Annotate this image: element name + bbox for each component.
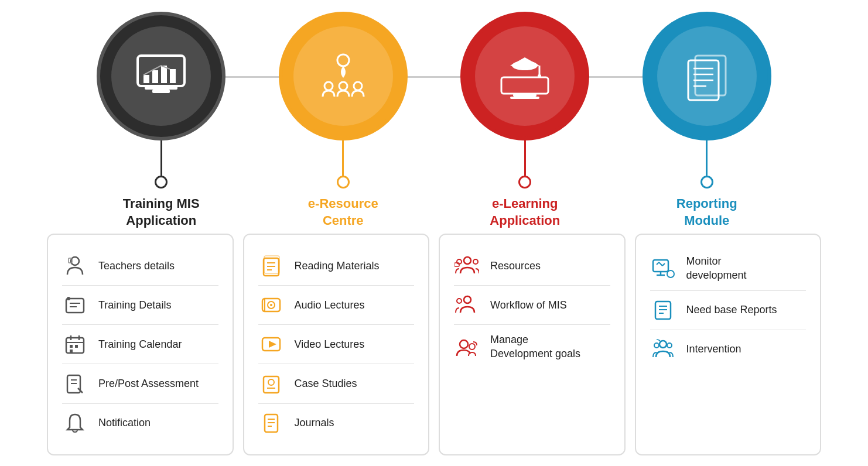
small-dot-reporting — [700, 176, 713, 189]
svg-marker-49 — [269, 341, 276, 348]
v-line-e-resource — [342, 141, 344, 176]
label-journals: Journals — [295, 416, 334, 430]
svg-point-29 — [67, 297, 70, 300]
svg-rect-35 — [75, 345, 78, 348]
svg-point-7 — [337, 54, 349, 66]
label-teachers: Teachers details — [98, 259, 175, 273]
item-workflow: Workflow of MIS — [454, 286, 610, 325]
label-monitor: Monitordevelopment — [686, 255, 747, 282]
page: Training MISApplication — [0, 0, 868, 466]
assessment-icon — [62, 372, 88, 395]
item-manage-dev: ManageDevelopment goals — [454, 325, 610, 369]
journals-icon — [258, 412, 284, 434]
card-training-mis: Teachers details Training Details Traini… — [47, 234, 234, 455]
label-workflow: Workflow of MIS — [490, 299, 567, 312]
item-audio: Audio Lectures — [258, 286, 415, 325]
item-video: Video Lectures — [258, 325, 415, 364]
svg-rect-4 — [152, 70, 158, 83]
svg-point-9 — [339, 82, 347, 90]
reading-icon — [258, 255, 284, 277]
label-training-details: Training Details — [98, 299, 171, 312]
label-assessment: Pre/Post Assessment — [98, 377, 199, 390]
svg-point-59 — [473, 259, 478, 264]
label-resources: Resources — [490, 259, 541, 273]
notification-icon — [62, 412, 88, 434]
svg-point-64 — [469, 344, 475, 350]
module-e-resource: e-ResourceCentre — [252, 12, 435, 229]
title-reporting: ReportingModule — [676, 196, 737, 229]
item-training-calendar: Training Calendar — [62, 325, 218, 364]
v-line-reporting — [706, 141, 708, 176]
svg-point-77 — [654, 343, 659, 348]
svg-rect-2 — [152, 90, 170, 93]
circle-inner-e-learning — [475, 26, 575, 126]
manage-dev-icon — [454, 336, 480, 358]
svg-rect-1 — [145, 86, 177, 90]
item-case: Case Studies — [258, 364, 415, 403]
small-dot-e-learning — [518, 176, 531, 189]
svg-rect-26 — [66, 299, 84, 313]
title-e-resource: e-ResourceCentre — [308, 196, 378, 229]
label-need-reports: Need base Reports — [686, 303, 777, 317]
audio-icon — [258, 294, 284, 316]
item-assessment: Pre/Post Assessment — [62, 364, 218, 403]
svg-point-61 — [464, 296, 471, 303]
svg-point-68 — [667, 270, 674, 277]
item-intervention: Intervention — [650, 330, 807, 369]
svg-point-10 — [354, 82, 362, 90]
circle-e-resource — [279, 12, 408, 141]
svg-rect-3 — [143, 75, 149, 83]
top-section: Training MISApplication — [23, 12, 845, 229]
svg-rect-17 — [510, 97, 539, 99]
module-reporting: ReportingModule — [616, 12, 798, 229]
card-e-resource: Reading Materials Audio Lectures Video L… — [243, 234, 430, 455]
item-reading: Reading Materials — [258, 246, 415, 286]
training-details-icon — [62, 294, 88, 316]
svg-line-70 — [659, 262, 662, 266]
resources-icon — [454, 255, 480, 277]
item-monitor: Monitordevelopment — [650, 246, 807, 291]
circle-e-learning — [460, 12, 589, 141]
svg-rect-34 — [70, 345, 73, 348]
svg-point-47 — [270, 304, 272, 306]
v-line-e-learning — [524, 141, 526, 176]
svg-rect-15 — [501, 77, 548, 94]
label-reading: Reading Materials — [295, 259, 380, 273]
circle-inner-training-mis — [111, 26, 211, 126]
v-line-training-mis — [160, 141, 162, 176]
svg-rect-36 — [70, 350, 73, 352]
item-notification: Notification — [62, 404, 218, 443]
item-training-details: Training Details — [62, 286, 218, 325]
calendar-icon — [62, 333, 88, 355]
svg-point-63 — [460, 340, 468, 348]
item-journals: Journals — [258, 404, 415, 443]
svg-line-71 — [662, 263, 665, 266]
people-location-icon — [314, 50, 373, 102]
label-audio: Audio Lectures — [295, 299, 365, 312]
item-teachers: Teachers details — [62, 246, 218, 286]
small-dot-training-mis — [155, 176, 168, 189]
svg-point-8 — [324, 82, 333, 90]
bottom-cards: Teachers details Training Details Traini… — [23, 234, 845, 455]
graduate-monitor-icon — [493, 53, 557, 100]
label-training-calendar: Training Calendar — [98, 338, 182, 351]
intervention-icon — [650, 338, 676, 361]
small-dot-e-resource — [337, 176, 350, 189]
svg-rect-6 — [170, 69, 176, 83]
svg-point-51 — [268, 379, 274, 385]
video-icon — [258, 333, 284, 355]
label-video: Video Lectures — [295, 338, 365, 351]
label-intervention: Intervention — [686, 342, 741, 356]
workflow-icon — [454, 294, 480, 316]
circle-training-mis — [97, 12, 225, 141]
label-case: Case Studies — [295, 377, 357, 390]
module-e-learning: e-LearningApplication — [434, 12, 616, 229]
monitor-dev-icon — [650, 258, 676, 280]
card-reporting: Monitordevelopment Need base Reports Int… — [635, 234, 822, 455]
card-e-learning: Resources Workflow of MIS ManageDevelopm… — [439, 234, 626, 455]
monitor-chart-icon — [132, 53, 190, 100]
svg-rect-65 — [653, 260, 668, 272]
svg-point-78 — [667, 343, 672, 348]
svg-rect-16 — [513, 94, 536, 97]
title-e-learning: e-LearningApplication — [490, 196, 560, 229]
